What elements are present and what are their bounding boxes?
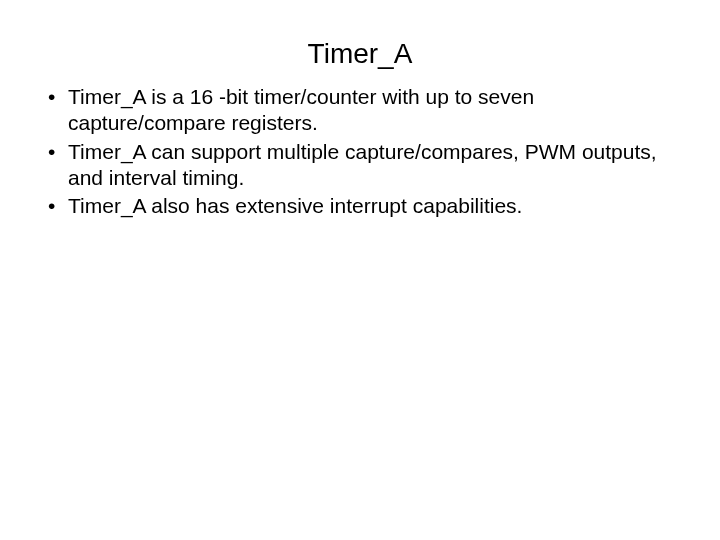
slide-title: Timer_A [0, 38, 720, 70]
slide-container: Timer_A Timer_A is a 16 -bit timer/count… [0, 38, 720, 540]
slide-content: Timer_A is a 16 -bit timer/counter with … [0, 84, 720, 219]
bullet-item: Timer_A also has extensive interrupt cap… [48, 193, 690, 219]
bullet-list: Timer_A is a 16 -bit timer/counter with … [48, 84, 690, 219]
bullet-item: Timer_A can support multiple capture/com… [48, 139, 690, 192]
bullet-item: Timer_A is a 16 -bit timer/counter with … [48, 84, 690, 137]
